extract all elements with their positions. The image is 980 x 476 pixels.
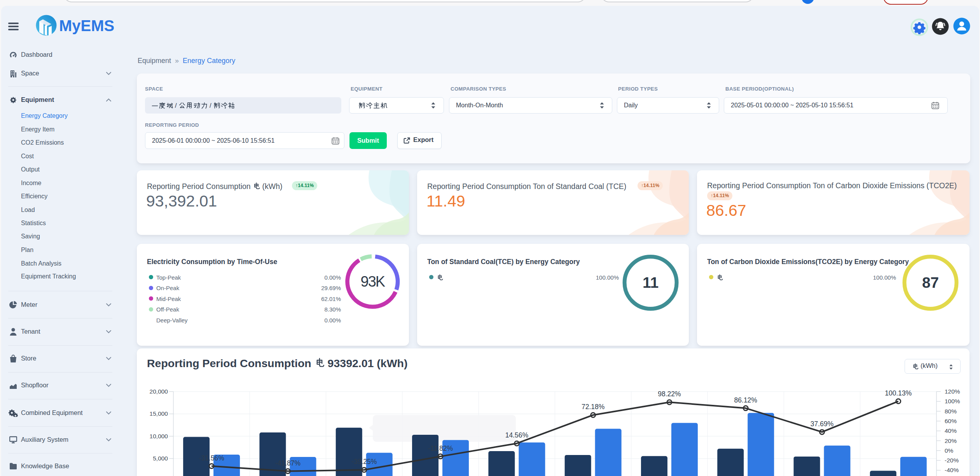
svg-text:20%: 20%: [945, 438, 957, 444]
svg-text:-40%: -40%: [945, 467, 959, 473]
svg-text:100%: 100%: [945, 398, 960, 404]
svg-text:20,000: 20,000: [150, 388, 168, 395]
svg-text:14.56%: 14.56%: [505, 431, 528, 439]
svg-text:-11.82%: -11.82%: [428, 444, 453, 452]
svg-text:15,000: 15,000: [150, 410, 168, 417]
svg-text:11: 11: [643, 274, 659, 291]
svg-text:/: /: [175, 102, 177, 109]
svg-text:37.69%: 37.69%: [811, 420, 833, 428]
svg-text:10,000: 10,000: [150, 433, 168, 439]
svg-text:93K: 93K: [361, 273, 385, 290]
svg-text:80%: 80%: [945, 408, 957, 415]
svg-text:0%: 0%: [945, 447, 954, 454]
svg-text:120%: 120%: [945, 388, 960, 395]
svg-text:40%: 40%: [945, 427, 957, 434]
svg-text:86.12%: 86.12%: [734, 396, 757, 404]
svg-text:-41.87%: -41.87%: [275, 459, 300, 467]
svg-text:87: 87: [922, 274, 939, 291]
svg-text:5,000: 5,000: [153, 455, 168, 462]
svg-text:-31.56%: -31.56%: [199, 454, 224, 462]
svg-text:-20%: -20%: [945, 457, 959, 464]
svg-text:72.18%: 72.18%: [582, 403, 604, 411]
svg-text:-39.25%: -39.25%: [351, 458, 377, 466]
svg-text:98.22%: 98.22%: [658, 390, 681, 398]
svg-text:100.13%: 100.13%: [885, 389, 912, 397]
svg-text:60%: 60%: [945, 418, 957, 424]
svg-text:/: /: [210, 102, 211, 109]
